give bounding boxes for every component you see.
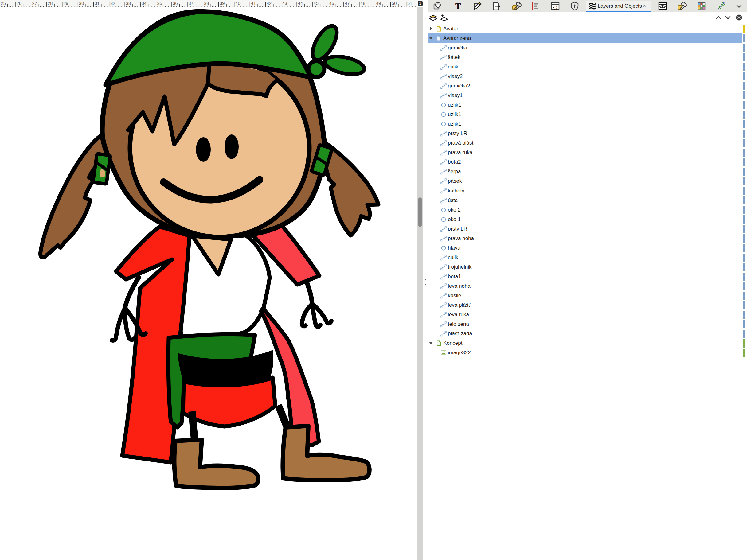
svg-text:T: T xyxy=(455,1,461,11)
svg-text:{}: {} xyxy=(553,5,558,10)
